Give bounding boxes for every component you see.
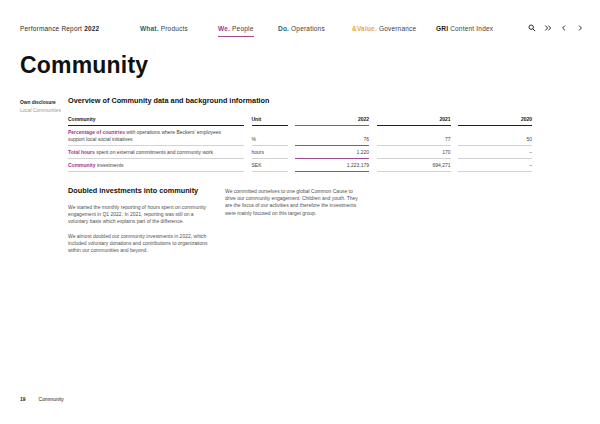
table-cell-unit: hours xyxy=(252,146,288,159)
page-title: Community xyxy=(20,52,148,79)
article-left-column: Doubled investments into community We st… xyxy=(68,186,210,261)
row-label-rest: investments xyxy=(96,162,124,168)
table-row-label: Community investments xyxy=(68,159,244,172)
search-icon[interactable] xyxy=(528,24,536,32)
table-cell-2022: 76 xyxy=(295,133,369,146)
nav-tab-governance-label: Governance xyxy=(379,25,416,32)
row-label-highlight: Total hours xyxy=(68,149,95,155)
nav-tab-operations[interactable]: Do.Operations xyxy=(278,25,325,33)
table-cell-unit: % xyxy=(252,133,288,146)
community-data-table: Community Unit 2022 2021 2020 Percentage… xyxy=(68,112,533,172)
table-header-2022: 2022 xyxy=(295,112,369,126)
nav-tab-people-prefix: We. xyxy=(218,25,230,32)
table-cell-unit: SEK xyxy=(252,159,288,172)
section-title: Overview of Community data and backgroun… xyxy=(68,96,533,105)
page-footer: 19Community xyxy=(20,396,64,402)
table-header-community: Community xyxy=(68,112,244,126)
row-label-rest: spent on external commitments and commun… xyxy=(95,149,213,155)
table-header-2020: 2020 xyxy=(458,112,532,126)
nav-tab-governance[interactable]: &Value.Governance xyxy=(352,25,416,33)
article-right-column: We committed ourselves to one global Com… xyxy=(225,188,359,224)
chevron-right-icon[interactable] xyxy=(576,24,584,32)
article-paragraph: We almost doubled our community investme… xyxy=(68,233,210,255)
report-brand: Performance Report 2022 xyxy=(20,25,101,33)
table-header-unit: Unit xyxy=(252,112,288,126)
nav-tab-gri-label: Content Index xyxy=(450,25,493,32)
nav-tab-gri-prefix: GRI xyxy=(436,25,448,32)
nav-tab-products-label: Products xyxy=(161,25,188,32)
table-header-2021: 2021 xyxy=(377,112,451,126)
article-heading: Doubled investments into community xyxy=(68,186,210,195)
disclosure-note: Own disclosure Local Communities xyxy=(20,100,62,114)
disclosure-note-title: Own disclosure xyxy=(20,100,62,106)
nav-tab-gri-content-index[interactable]: GRIContent Index xyxy=(436,25,493,33)
nav-tab-products[interactable]: What.Products xyxy=(140,25,188,33)
table-cell-2021: 694,271 xyxy=(377,159,451,172)
table-cell-2020: – xyxy=(458,159,532,172)
nav-controls xyxy=(528,24,584,32)
nav-tab-products-prefix: What. xyxy=(140,25,159,32)
nav-tab-people[interactable]: We.People xyxy=(218,25,254,37)
row-label-highlight: Percentage of countries xyxy=(68,129,125,135)
article-paragraph: We committed ourselves to one global Com… xyxy=(225,188,359,217)
article-paragraph: We started the monthly reporting of hour… xyxy=(68,204,210,226)
brand-prefix: Performance Report xyxy=(20,25,84,32)
nav-tab-operations-label: Operations xyxy=(291,25,325,32)
main-content: Overview of Community data and backgroun… xyxy=(68,96,533,172)
table-cell-2022: 1,220 xyxy=(295,146,369,159)
table-cell-2021: 170 xyxy=(377,146,451,159)
table-row-label: Total hours spent on external commitment… xyxy=(68,146,244,159)
nav-tab-governance-prefix: &Value. xyxy=(352,25,377,32)
footer-section-label: Community xyxy=(39,396,64,402)
table-row-label: Percentage of countries with operations … xyxy=(68,126,244,145)
footer-page-number: 19 xyxy=(20,396,26,402)
table-cell-2022: 1,223,179 xyxy=(295,159,369,172)
row-label-highlight: Community xyxy=(68,162,96,168)
brand-year: 2022 xyxy=(84,25,99,32)
disclosure-note-subtitle: Local Communities xyxy=(20,108,62,114)
report-page: Performance Report 2022 What.Products We… xyxy=(0,0,600,424)
top-nav: Performance Report 2022 What.Products We… xyxy=(0,0,600,44)
table-cell-2021: 77 xyxy=(377,133,451,146)
table-cell-2020: – xyxy=(458,146,532,159)
nav-tab-people-label: People xyxy=(232,25,253,32)
chevron-left-icon[interactable] xyxy=(560,24,568,32)
table-cell-2020: 50 xyxy=(458,133,532,146)
nav-tab-operations-prefix: Do. xyxy=(278,25,289,32)
double-chevron-right-icon[interactable] xyxy=(544,24,552,32)
